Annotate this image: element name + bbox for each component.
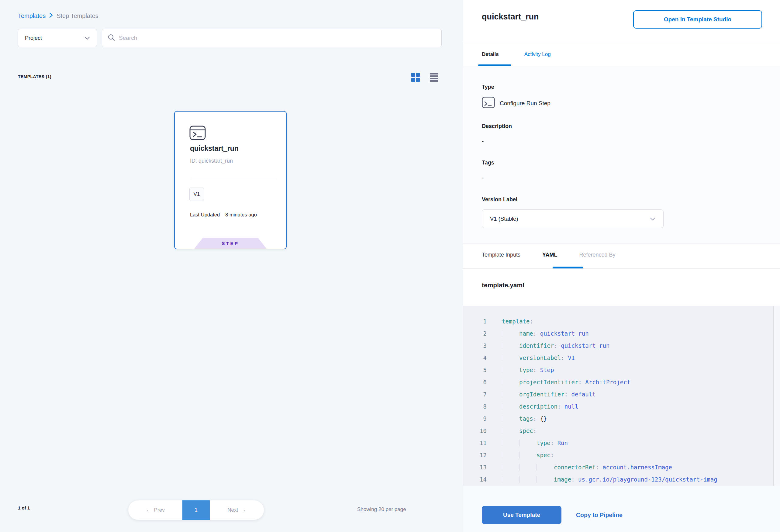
yaml-line: 13connectorRef: account.harnessImage: [463, 461, 780, 473]
arrow-right-icon: →: [241, 507, 246, 513]
copy-to-pipeline-link[interactable]: Copy to Pipeline: [576, 512, 623, 519]
arrow-left-icon: ←: [146, 507, 151, 513]
details-tabs: Details Activity Log: [482, 50, 551, 65]
breadcrumb-chevron-icon: [49, 12, 53, 20]
version-select-value: V1 (Stable): [490, 215, 518, 222]
tab-referenced-by[interactable]: Referenced By: [579, 252, 615, 258]
templates-page: Templates Step Templates Project TEMPLAT…: [0, 0, 780, 532]
line-number: 5: [463, 367, 487, 373]
line-number: 8: [463, 403, 487, 410]
use-template-button[interactable]: Use Template: [482, 506, 562, 524]
line-number: 3: [463, 342, 487, 349]
chevron-down-icon: [85, 35, 90, 41]
templates-count-header: TEMPLATES (1): [18, 74, 51, 79]
indent-guide: [502, 354, 519, 361]
version-badge: V1: [189, 188, 204, 201]
yaml-line: 8description: null: [463, 400, 780, 413]
tab-activity-log[interactable]: Activity Log: [524, 50, 551, 65]
yaml-tokens: orgIdentifier: default: [519, 391, 596, 398]
indent-guide: [502, 476, 519, 483]
scope-select[interactable]: Project: [18, 29, 97, 47]
list-view-icon[interactable]: [430, 72, 439, 82]
tab-yaml[interactable]: YAML: [542, 252, 557, 258]
yaml-tokens: identifier: quickstart_run: [519, 342, 610, 349]
page-size-text: Showing 20 per page: [357, 506, 406, 513]
indent-guide: [502, 464, 519, 471]
yaml-tokens: description: null: [519, 403, 579, 410]
tags-label: Tags: [482, 160, 494, 166]
line-number: 2: [463, 330, 487, 337]
version-label: Version Label: [482, 196, 517, 203]
type-value: Configure Run Step: [500, 100, 550, 107]
version-select[interactable]: V1 (Stable): [482, 209, 664, 228]
open-in-template-studio-button[interactable]: Open in Template Studio: [633, 10, 762, 29]
yaml-line: 11type: Run: [463, 437, 780, 449]
description-value: -: [482, 138, 484, 145]
yaml-line: 9tags: {}: [463, 413, 780, 425]
next-page-button[interactable]: Next →: [210, 500, 264, 520]
actions-bar: Use Template Copy to Pipeline: [463, 486, 780, 532]
line-number: 1: [463, 318, 487, 325]
yaml-tokens: versionLabel: V1: [519, 354, 575, 361]
prev-label: Prev: [154, 507, 165, 513]
search-box: [102, 29, 442, 47]
yaml-tokens: name: quickstart_run: [519, 330, 589, 337]
yaml-code-lines: 1template:2name: quickstart_run3identifi…: [463, 315, 780, 485]
pagination-control: ← Prev 1 Next →: [128, 500, 264, 520]
line-number: 7: [463, 391, 487, 398]
yaml-line: 6projectIdentifier: ArchitProject: [463, 376, 780, 388]
yaml-tokens: tags: {}: [519, 415, 547, 422]
indent-guide: [537, 464, 554, 471]
yaml-line: 10spec:: [463, 425, 780, 437]
template-card-title: quickstart_run: [190, 144, 239, 153]
yaml-line: 4versionLabel: V1: [463, 352, 780, 364]
yaml-tokens: connectorRef: account.harnessImage: [554, 464, 672, 471]
line-number: 9: [463, 415, 487, 422]
template-card[interactable]: quickstart_run ID: quickstart_run V1 Las…: [174, 111, 287, 249]
yaml-line: 12spec:: [463, 449, 780, 461]
prev-page-button[interactable]: ← Prev: [128, 500, 182, 520]
yaml-tokens: template:: [502, 318, 533, 325]
run-step-terminal-icon-small: [482, 97, 495, 110]
indent-guide: [502, 427, 519, 434]
breadcrumb-templates-link[interactable]: Templates: [18, 12, 46, 19]
yaml-sub-tabs: Template Inputs YAML Referenced By: [482, 252, 616, 258]
indent-guide: [502, 342, 519, 349]
tags-value: -: [482, 175, 484, 181]
indent-guide: [502, 367, 519, 373]
pagination-summary: 1 of 1: [18, 505, 30, 511]
tab-template-inputs[interactable]: Template Inputs: [482, 252, 521, 258]
yaml-tokens: spec:: [519, 427, 537, 434]
yaml-tokens: type: Step: [519, 367, 554, 373]
line-number: 6: [463, 379, 487, 385]
indent-guide: [519, 440, 537, 446]
type-label: Type: [482, 84, 494, 90]
line-number: 13: [463, 464, 487, 471]
search-input[interactable]: [119, 35, 436, 41]
scope-select-value: Project: [25, 35, 42, 41]
line-number: 10: [463, 427, 487, 434]
yaml-line: 5type: Step: [463, 364, 780, 376]
yaml-line: 1template:: [463, 315, 780, 327]
line-number: 14: [463, 476, 487, 483]
code-scrollbar-gutter[interactable]: [773, 306, 780, 486]
indent-guide: [502, 440, 519, 446]
grid-view-icon[interactable]: [411, 72, 421, 82]
yaml-tokens: spec:: [537, 452, 554, 458]
last-updated-value: 8 minutes ago: [225, 212, 257, 217]
breadcrumb: Templates Step Templates: [18, 12, 98, 20]
yaml-line: 7orgIdentifier: default: [463, 388, 780, 400]
description-label: Description: [482, 123, 512, 130]
indent-guide: [502, 379, 519, 385]
yaml-code-viewer: 1template:2name: quickstart_run3identifi…: [463, 306, 780, 486]
template-card-id: ID: quickstart_run: [190, 158, 233, 164]
indent-guide: [502, 403, 519, 410]
yaml-tokens: projectIdentifier: ArchitProject: [519, 379, 630, 385]
next-label: Next: [227, 507, 238, 513]
current-page-button[interactable]: 1: [182, 500, 210, 520]
line-number: 12: [463, 452, 487, 458]
run-step-terminal-icon: [189, 126, 206, 141]
tab-details[interactable]: Details: [482, 50, 506, 65]
indent-guide: [502, 452, 519, 458]
indent-guide: [502, 330, 519, 337]
